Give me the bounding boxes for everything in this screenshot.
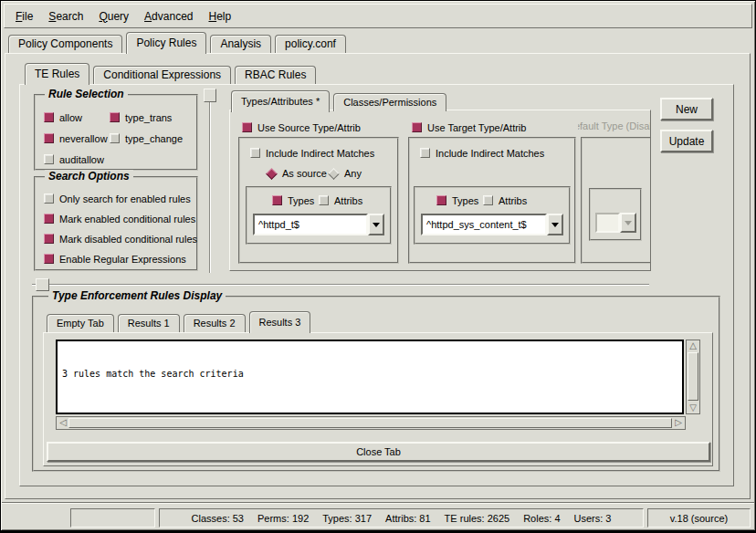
- radio-any[interactable]: Any: [330, 167, 362, 180]
- checkbox-mark-enabled-conditional[interactable]: Mark enabled conditional rules: [44, 213, 195, 225]
- checkbox-target-attribs-indicator: [483, 195, 493, 205]
- results-tab-bar: Empty Tab Results 1 Results 2 Results 3: [47, 311, 310, 332]
- source-type-entry[interactable]: ^httpd_t$: [253, 214, 368, 235]
- main-tab-bar: Policy Components Policy Rules Analysis …: [8, 32, 346, 53]
- target-type-entry[interactable]: ^httpd_sys_content_t$: [421, 214, 547, 235]
- menu-query[interactable]: Query: [99, 10, 129, 23]
- policy-version: v.18 (source): [670, 513, 728, 524]
- checkbox-source-indirect-indicator: [250, 148, 260, 158]
- results-vertical-scrollbar[interactable]: △ ▽: [686, 340, 700, 414]
- update-button[interactable]: Update: [660, 130, 713, 152]
- checkbox-type-change[interactable]: type_change: [110, 132, 183, 144]
- tab-analysis[interactable]: Analysis: [210, 35, 271, 53]
- chevron-down-icon: [625, 221, 632, 225]
- target-type-dropdown-button[interactable]: [547, 214, 563, 235]
- menu-file[interactable]: File: [16, 10, 33, 23]
- checkbox-target-attribs[interactable]: Attribs: [483, 194, 527, 206]
- source-type-combobox: ^httpd_t$: [253, 214, 384, 235]
- results-vertical-scrollbar-thumb[interactable]: [688, 352, 698, 401]
- default-type-dropdown-button: [620, 213, 636, 233]
- menu-advanced[interactable]: Advanced: [144, 10, 193, 23]
- checkbox-type-change-indicator: [110, 133, 120, 143]
- tab-results-1[interactable]: Results 1: [118, 314, 180, 332]
- stat-types: Types: 317: [322, 513, 372, 524]
- status-message-cell: [70, 508, 155, 528]
- radio-any-indicator: [328, 168, 340, 180]
- tab-te-rules[interactable]: TE Rules: [25, 63, 89, 85]
- stat-classes: Classes: 53: [192, 513, 244, 524]
- checkbox-enable-regex[interactable]: Enable Regular Expressions: [44, 253, 186, 265]
- checkbox-mark-disabled-conditional[interactable]: Mark disabled conditional rules: [44, 233, 197, 245]
- checkbox-use-source-type[interactable]: Use Source Type/Attrib: [242, 121, 361, 133]
- source-type-dropdown-button[interactable]: [368, 214, 384, 235]
- tab-policy-components[interactable]: Policy Components: [8, 35, 122, 53]
- tab-conditional-expressions[interactable]: Conditional Expressions: [93, 66, 231, 84]
- checkbox-target-types-indicator: [436, 195, 446, 205]
- te-tab-bar: TE Rules Conditional Expressions RBAC Ru…: [25, 63, 316, 84]
- checkbox-use-target-type[interactable]: Use Target Type/Attrib: [412, 121, 526, 133]
- checkbox-mark-enabled-indicator: [44, 214, 54, 224]
- checkbox-only-enabled-indicator: [44, 193, 54, 204]
- close-tab-button[interactable]: Close Tab: [47, 442, 710, 462]
- scroll-up-icon[interactable]: △: [687, 341, 699, 350]
- default-type-label: Default Type (Disabled): [578, 120, 650, 131]
- checkbox-target-types[interactable]: Types: [436, 194, 478, 206]
- target-type-combobox: ^httpd_sys_content_t$: [421, 214, 563, 235]
- tab-classes-permissions[interactable]: Classes/Permissions: [333, 93, 446, 111]
- radio-as-source[interactable]: As source: [268, 167, 327, 180]
- checkbox-target-indirect-indicator: [420, 148, 430, 158]
- checkbox-source-attribs[interactable]: Attribs: [319, 194, 362, 206]
- search-options-title: Search Options: [45, 170, 133, 183]
- scroll-down-icon[interactable]: ▽: [687, 403, 699, 413]
- stat-perms: Perms: 192: [257, 513, 309, 524]
- checkbox-use-source-indicator: [242, 122, 252, 132]
- types-attributes-tab-bar: Types/Attributes * Classes/Permissions: [231, 90, 446, 111]
- stat-attribs: Attribs: 81: [385, 513, 431, 524]
- scroll-right-icon[interactable]: ▷: [673, 418, 684, 427]
- apol-window: File Search Query Advanced Help Policy C…: [0, 0, 756, 533]
- checkbox-allow[interactable]: allow: [44, 111, 82, 123]
- tab-policy-rules[interactable]: Policy Rules: [126, 32, 206, 54]
- checkbox-target-indirect[interactable]: Include Indirect Matches: [420, 147, 544, 159]
- menu-help[interactable]: Help: [208, 10, 231, 23]
- checkbox-neverallow[interactable]: neverallow: [44, 132, 108, 144]
- menu-bar: File Search Query Advanced Help: [4, 4, 752, 28]
- tab-empty[interactable]: Empty Tab: [47, 314, 114, 332]
- status-stats-cell: Classes: 53 Perms: 192 Types: 317 Attrib…: [159, 508, 644, 528]
- checkbox-type-trans[interactable]: type_trans: [110, 111, 172, 123]
- stat-roles: Roles: 4: [523, 513, 560, 524]
- checkbox-source-types-indicator: [272, 195, 282, 205]
- stat-te-rules: TE rules: 2625: [445, 513, 510, 524]
- checkbox-source-types[interactable]: Types: [272, 194, 314, 206]
- results-text-area[interactable]: 3 rules match the search criteria (5822)…: [56, 340, 684, 414]
- checkbox-source-attribs-indicator: [319, 195, 329, 205]
- new-button[interactable]: New: [660, 98, 713, 120]
- rule-selection-title: Rule Selection: [45, 88, 128, 100]
- default-type-group: Default Type (Disabled): [578, 113, 650, 270]
- tab-results-2[interactable]: Results 2: [184, 314, 246, 332]
- default-type-combobox: [595, 213, 636, 233]
- checkbox-mark-disabled-indicator: [44, 234, 54, 244]
- radio-as-source-indicator: [266, 168, 278, 180]
- menu-search[interactable]: Search: [48, 10, 83, 23]
- chevron-down-icon: [551, 223, 559, 227]
- checkbox-neverallow-indicator: [44, 133, 54, 143]
- default-type-entry: [595, 213, 620, 233]
- left-panel-vertical-scrollbar[interactable]: [209, 89, 211, 273]
- tab-rbac-rules[interactable]: RBAC Rules: [235, 66, 316, 84]
- te-rules-display-title: Type Enforcement Rules Display: [48, 289, 226, 302]
- scroll-left-icon[interactable]: ◁: [58, 418, 68, 427]
- checkbox-source-indirect[interactable]: Include Indirect Matches: [250, 147, 374, 159]
- checkbox-only-enabled-rules[interactable]: Only search for enabled rules: [44, 193, 191, 204]
- status-version-cell: v.18 (source): [647, 508, 751, 528]
- results-horizontal-scrollbar[interactable]: ◁ ▷: [56, 416, 686, 430]
- tab-policy-conf[interactable]: policy.conf: [275, 35, 346, 53]
- results-horizontal-scrollbar-thumb[interactable]: [68, 418, 672, 428]
- tab-types-attributes[interactable]: Types/Attributes *: [231, 90, 330, 112]
- checkbox-auditallow[interactable]: auditallow: [44, 153, 104, 165]
- left-panel-vertical-scrollbar-thumb[interactable]: [204, 89, 216, 102]
- results-summary: 3 rules match the search criteria: [62, 368, 677, 380]
- criteria-horizontal-scrollbar[interactable]: [32, 284, 649, 286]
- criteria-horizontal-scrollbar-thumb[interactable]: [36, 278, 49, 291]
- tab-results-3[interactable]: Results 3: [249, 311, 311, 333]
